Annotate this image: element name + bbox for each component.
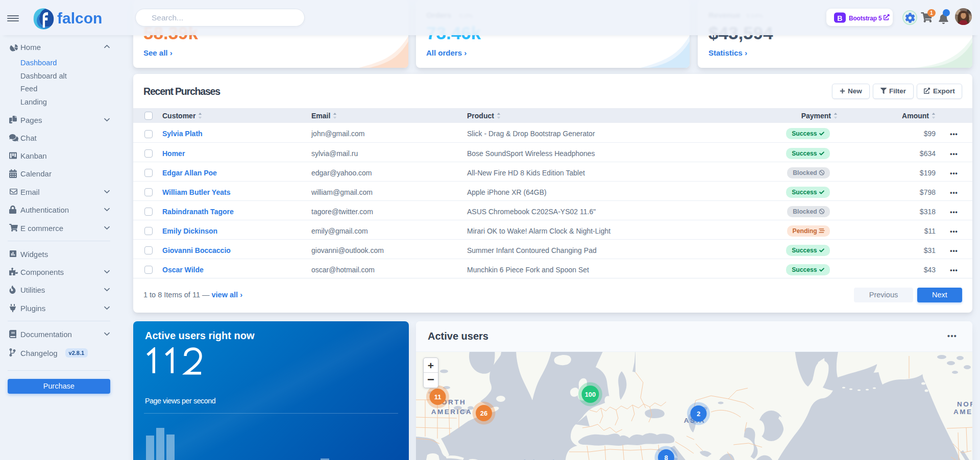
svg-text:AMERICA: AMERICA (431, 408, 473, 416)
svg-text:8: 8 (664, 454, 668, 460)
svg-text:2: 2 (697, 410, 700, 418)
svg-text:NORTH: NORTH (957, 400, 972, 408)
svg-text:Atlantic: Atlantic (520, 457, 560, 460)
svg-text:100: 100 (585, 391, 596, 398)
svg-text:B: B (837, 14, 842, 22)
svg-text:26: 26 (480, 410, 487, 417)
svg-text:11: 11 (434, 393, 442, 401)
svg-text:AMERICA: AMERICA (953, 408, 972, 416)
